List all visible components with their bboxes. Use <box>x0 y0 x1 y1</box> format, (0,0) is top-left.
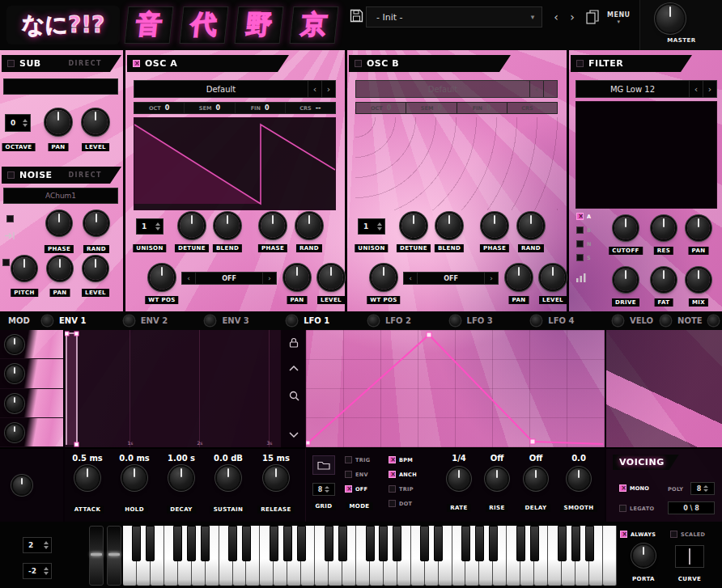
sub-wave-selector[interactable] <box>3 78 118 95</box>
smooth-value[interactable]: 0.0 <box>571 454 586 463</box>
attack-knob[interactable] <box>76 467 99 489</box>
poly-stepper[interactable]: 8 <box>690 482 715 495</box>
lfo-1-display[interactable] <box>306 330 605 447</box>
osc-a-crs-cell[interactable]: CRS-- <box>286 103 335 113</box>
tab-lfo-1[interactable]: LFO 1 <box>297 316 368 325</box>
filter-response-display[interactable] <box>575 101 717 209</box>
osc-a-waveform-display[interactable] <box>134 117 336 210</box>
osc-b-enable-checkbox[interactable] <box>355 60 362 67</box>
osc-a-level-knob[interactable] <box>319 265 343 290</box>
filter-fat-knob[interactable] <box>652 269 675 291</box>
lock-icon[interactable] <box>288 336 299 348</box>
prev-preset-button[interactable]: ‹ <box>549 6 563 27</box>
osc-b-detune-knob[interactable] <box>401 214 426 238</box>
black-key[interactable] <box>558 526 567 561</box>
osc-b-unison-stepper[interactable]: 1 <box>358 218 385 235</box>
porta-knob[interactable] <box>633 545 654 566</box>
mono-switch[interactable]: MONO <box>619 484 649 492</box>
next-mode-button[interactable]: › <box>484 273 498 284</box>
zoom-icon[interactable] <box>288 390 299 401</box>
lfo-trig-switch[interactable]: TRIG <box>345 456 370 463</box>
porta-scaled-switch[interactable]: SCALED <box>670 531 705 538</box>
osc-a-wtpos-knob[interactable] <box>150 265 174 290</box>
save-icon[interactable] <box>350 9 363 26</box>
filter-input-n-checkbox[interactable] <box>576 240 584 247</box>
legato-checkbox[interactable] <box>619 505 626 512</box>
noise-loop-icon[interactable] <box>5 227 15 243</box>
attack-value[interactable]: 0.5 ms <box>72 454 103 463</box>
filter-input-b-checkbox[interactable] <box>576 226 584 234</box>
rise-value[interactable]: Off <box>491 454 504 463</box>
osc-b-level-knob[interactable] <box>541 265 565 290</box>
lfo-browser-button[interactable] <box>312 455 335 475</box>
next-mode-button[interactable]: › <box>262 273 276 284</box>
menu-button[interactable]: MENU ▾ <box>607 11 631 25</box>
off-checkbox[interactable] <box>345 485 352 493</box>
black-key[interactable] <box>530 526 539 561</box>
black-key[interactable] <box>146 526 155 561</box>
hold-value[interactable]: 0.0 ms <box>119 454 150 463</box>
osc-b-sem-cell[interactable]: SEM0 <box>406 103 457 113</box>
noise-phase-knob[interactable] <box>48 212 70 235</box>
tab-lfo-2[interactable]: LFO 2 <box>379 316 450 325</box>
lfo-off-switch[interactable]: OFF <box>345 485 367 493</box>
osc-a-fin-cell[interactable]: FIN0 <box>236 103 286 113</box>
filter-mix-knob[interactable] <box>687 269 710 291</box>
porta-curve-display[interactable] <box>675 545 704 568</box>
lfo-bpm-switch[interactable]: BPM <box>389 456 413 463</box>
filter-cutoff-knob[interactable] <box>614 217 637 239</box>
prev-mode-button[interactable]: ‹ <box>404 273 418 284</box>
bend-up-stepper[interactable]: 2 <box>23 537 52 553</box>
black-key[interactable] <box>461 526 470 561</box>
prev-mode-button[interactable]: ‹ <box>182 273 196 284</box>
tab-velo[interactable]: VELO <box>623 316 660 325</box>
black-key[interactable] <box>516 526 525 561</box>
rate-value[interactable]: 1/4 <box>452 454 466 463</box>
osc-b-wtpos-knob[interactable] <box>372 265 396 290</box>
filter-enable-checkbox[interactable] <box>576 60 584 67</box>
white-key[interactable] <box>603 526 617 586</box>
black-key[interactable] <box>434 526 443 561</box>
osc-b-spectral-mode[interactable]: ‹ OFF › <box>403 272 499 285</box>
decay-value[interactable]: 1.00 s <box>168 454 195 463</box>
filter-input-s-checkbox[interactable] <box>576 254 584 261</box>
noise-enable-checkbox[interactable] <box>7 171 15 179</box>
mod-amount-knob[interactable] <box>287 315 297 326</box>
osc-a-spectral-mode[interactable]: ‹ OFF › <box>181 272 277 285</box>
black-key[interactable] <box>173 526 182 561</box>
sustain-knob[interactable] <box>217 467 240 489</box>
sustain-value[interactable]: 0.0 dB <box>214 454 243 463</box>
filter-input-s[interactable]: S <box>576 254 591 261</box>
osc-a-rand-knob[interactable] <box>297 214 321 238</box>
chevron-down-icon[interactable] <box>288 429 299 440</box>
mod-amount-knob[interactable] <box>613 315 623 326</box>
osc-a-sem-cell[interactable]: SEM0 <box>185 103 235 113</box>
preset-selector[interactable]: - Init - ▾ <box>366 6 542 27</box>
decay-knob[interactable] <box>170 467 193 489</box>
black-key[interactable] <box>187 526 196 561</box>
mod-amount-knob[interactable] <box>450 315 461 326</box>
tab-mod[interactable]: MOD <box>0 316 42 325</box>
filter-pan-knob[interactable] <box>687 217 710 239</box>
black-key[interactable] <box>379 526 388 561</box>
dot-checkbox[interactable] <box>389 500 396 507</box>
macro-5-knob[interactable] <box>13 476 31 494</box>
osc-a-detune-knob[interactable] <box>180 214 204 238</box>
black-key[interactable] <box>283 526 292 561</box>
next-wavetable-button[interactable]: › <box>321 81 335 97</box>
black-key[interactable] <box>242 526 251 561</box>
delay-value[interactable]: Off <box>529 454 543 463</box>
black-key[interactable] <box>270 526 278 561</box>
lfo-env-switch[interactable]: ENV <box>345 471 368 478</box>
osc-b-waveform-display[interactable] <box>355 117 558 210</box>
tab-lfo-3[interactable]: LFO 3 <box>461 316 532 325</box>
filter-input-b[interactable]: B <box>576 226 591 234</box>
always-checkbox[interactable] <box>620 531 627 538</box>
filter-model-selector[interactable]: MG Low 12 ‹ › <box>575 80 717 98</box>
tab-note[interactable]: NOTE <box>671 316 708 325</box>
copy-icon[interactable] <box>586 10 599 27</box>
osc-a-oct-cell[interactable]: OCT0 <box>134 103 185 113</box>
sub-level-knob[interactable] <box>83 110 108 134</box>
porta-always-switch[interactable]: ALWAYS <box>620 531 656 538</box>
rise-knob[interactable] <box>486 468 508 489</box>
